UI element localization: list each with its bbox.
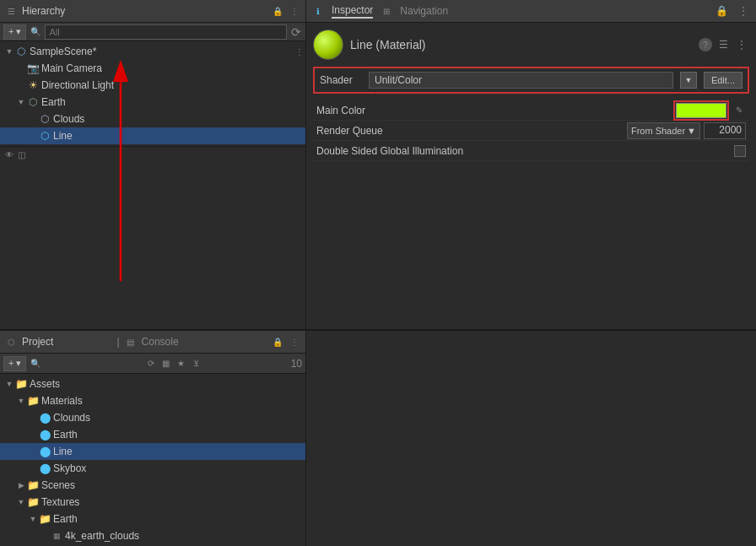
tree-item-textures[interactable]: ▼ 📁 Textures xyxy=(0,494,305,511)
main-color-value: ✎ xyxy=(673,100,746,121)
tree-label-clounds: Clounds xyxy=(53,412,90,424)
project-filter-icon[interactable]: ⊻ xyxy=(191,358,202,370)
tree-item-earth-mat[interactable]: ⬤ Earth xyxy=(0,426,305,443)
scene-icon: ⬡ xyxy=(15,46,27,57)
layers-icon[interactable]: ◫ xyxy=(15,149,27,161)
project-search-icon[interactable]: 🔍 xyxy=(30,358,41,370)
dsgi-label: Double Sided Global Illumination xyxy=(316,145,734,157)
inspector-panel: ℹ Inspector ⊞ Navigation 🔒 ⋮ Line (Mater… xyxy=(306,0,756,329)
dsgi-checkbox[interactable] xyxy=(734,145,746,157)
tree-item-assets[interactable]: ▼ 📁 Assets xyxy=(0,376,305,392)
tree-item-clouds[interactable]: ⬡ Clouds xyxy=(0,111,305,127)
tree-item-4k-clouds[interactable]: ▦ 4k_earth_clouds xyxy=(0,527,305,544)
tree-label-earth: Earth xyxy=(41,96,66,108)
inspector-tab[interactable]: Inspector xyxy=(332,4,373,19)
tree-arrow-materials: ▼ xyxy=(15,395,27,407)
earth-tex-folder-icon: 📁 xyxy=(39,513,51,525)
color-picker-icon[interactable]: ✎ xyxy=(732,104,746,117)
main-color-row: Main Color ✎ xyxy=(313,100,749,121)
tree-arrow-assets: ▼ xyxy=(3,378,15,390)
project-dots-icon[interactable]: ⋮ xyxy=(289,336,300,348)
bottom-area: ⬡ Project | ▤ Console 🔒 ⋮ + ▾ 🔍 ⟳ ▦ ★ ⊻ … xyxy=(0,329,756,546)
project-toolbar: + ▾ 🔍 ⟳ ▦ ★ ⊻ 10 xyxy=(0,354,305,374)
tree-item-main-camera[interactable]: 📷 Main Camera xyxy=(0,60,305,77)
tree-label-samplescene: SampleScene* xyxy=(30,46,96,57)
inspector-settings-icon[interactable]: ☰ xyxy=(716,37,731,52)
inspector-help-icon[interactable]: ? xyxy=(699,38,712,51)
render-queue-number[interactable]: 2000 xyxy=(704,122,746,139)
render-queue-dropdown-arrow: ▼ xyxy=(687,126,696,136)
tree-label-skybox: Skybox xyxy=(53,462,86,474)
tree-item-earth[interactable]: ▼ ⬡ Earth xyxy=(0,94,305,111)
eye-toggle-icon[interactable]: 👁 xyxy=(3,149,15,161)
render-queue-label: Render Queue xyxy=(316,125,627,137)
navigation-nav-icon: ⊞ xyxy=(380,4,393,18)
tree-arrow-clounds xyxy=(27,412,39,424)
shader-edit-button[interactable]: Edit... xyxy=(704,72,742,89)
hierarchy-add-button[interactable]: + ▾ xyxy=(3,24,26,40)
tab-separator: | xyxy=(116,336,119,348)
shader-dropdown-button[interactable]: ▼ xyxy=(680,72,697,89)
hierarchy-tree: ▼ ⬡ SampleScene* ⋮ 📷 Main Camera ☀ Direc… xyxy=(0,41,305,146)
tree-item-samplescene[interactable]: ▼ ⬡ SampleScene* ⋮ xyxy=(0,43,305,60)
tree-arrow-samplescene: ▼ xyxy=(3,46,15,57)
inspector-more-icon[interactable]: ⋮ xyxy=(734,37,749,52)
tree-label-assets: Assets xyxy=(30,378,60,390)
tree-label-4k-clouds: 4k_earth_clouds xyxy=(65,530,139,542)
hierarchy-dots-icon[interactable]: ⋮ xyxy=(289,5,300,17)
navigation-tab[interactable]: Navigation xyxy=(400,5,448,17)
tree-arrow-skybox xyxy=(27,462,39,474)
tree-arrow-earth-mat xyxy=(27,429,39,441)
project-tree: ▼ 📁 Assets ▼ 📁 Materials ⬤ Clounds ⬤ Ear… xyxy=(0,374,305,546)
console-tab[interactable]: Console xyxy=(142,336,179,348)
hierarchy-menu-icon: ☰ xyxy=(5,5,17,17)
line-mat-icon: ⬤ xyxy=(39,446,51,457)
hierarchy-search-input[interactable] xyxy=(45,24,287,40)
tree-label-textures: Textures xyxy=(41,496,79,508)
tree-item-scenes[interactable]: ▶ 📁 Scenes xyxy=(0,477,305,494)
earth-mat-icon: ⬤ xyxy=(39,429,51,441)
tree-item-skybox[interactable]: ⬤ Skybox xyxy=(0,460,305,477)
hierarchy-lock-icon[interactable]: 🔒 xyxy=(272,5,284,17)
project-refresh-icon[interactable]: ⟳ xyxy=(145,358,157,370)
render-queue-from-label: From Shader xyxy=(631,126,685,136)
inspector-header: ℹ Inspector ⊞ Navigation 🔒 ⋮ xyxy=(306,0,756,23)
project-items-count: 10 xyxy=(206,358,302,370)
project-star-icon[interactable]: ★ xyxy=(176,358,187,370)
project-title[interactable]: Project xyxy=(22,336,105,348)
main-color-swatch[interactable] xyxy=(676,103,726,118)
assets-folder-icon: 📁 xyxy=(15,378,27,390)
hierarchy-panel: ☰ Hierarchy 🔒 ⋮ + ▾ 🔍 ⟳ ▼ ⬡ SampleScene*… xyxy=(0,0,306,329)
inspector-body: Line (Material) ? ☰ ⋮ Shader Unlit/Color… xyxy=(306,23,756,329)
tree-item-clounds[interactable]: ⬤ Clounds xyxy=(0,409,305,426)
dsgi-row: Double Sided Global Illumination xyxy=(313,141,749,161)
project-menu-icon: ⬡ xyxy=(5,336,17,348)
project-add-button[interactable]: + ▾ xyxy=(3,356,26,371)
tree-label-earth-tex: Earth xyxy=(53,513,78,525)
scene-dots-icon[interactable]: ⋮ xyxy=(294,46,305,57)
earth-icon: ⬡ xyxy=(27,96,39,108)
hierarchy-toolbar: + ▾ 🔍 ⟳ xyxy=(0,23,305,41)
tree-arrow-earth: ▼ xyxy=(15,96,27,108)
project-grid-icon[interactable]: ▦ xyxy=(160,358,172,370)
material-header: Line (Material) ? ☰ ⋮ xyxy=(313,30,749,60)
tree-item-earth-tex[interactable]: ▼ 📁 Earth xyxy=(0,511,305,527)
tree-label-directional-light: Directional Light xyxy=(41,79,114,91)
tree-arrow-line xyxy=(27,130,39,142)
inspector-dots-icon[interactable]: ⋮ xyxy=(736,3,751,19)
render-queue-row: Render Queue From Shader ▼ 2000 xyxy=(313,121,749,141)
inspector-lock-icon[interactable]: 🔒 xyxy=(714,3,729,19)
hierarchy-search-icon: 🔍 xyxy=(30,26,41,38)
tree-label-line: Line xyxy=(53,130,73,142)
inspector-nav-icon: ℹ xyxy=(311,4,325,18)
tree-item-directional-light[interactable]: ☀ Directional Light xyxy=(0,77,305,94)
tree-arrow-light xyxy=(15,79,27,91)
project-lock-icon[interactable]: 🔒 xyxy=(272,336,284,348)
render-queue-dropdown[interactable]: From Shader ▼ xyxy=(627,122,700,139)
tree-item-materials[interactable]: ▼ 📁 Materials xyxy=(0,392,305,409)
tree-item-line-mat[interactable]: ⬤ Line xyxy=(0,443,305,460)
textures-folder-icon: 📁 xyxy=(27,496,39,508)
hierarchy-refresh-icon[interactable]: ⟳ xyxy=(290,26,302,38)
tree-item-line[interactable]: ⬡ Line xyxy=(0,127,305,144)
camera-icon: 📷 xyxy=(27,62,39,74)
